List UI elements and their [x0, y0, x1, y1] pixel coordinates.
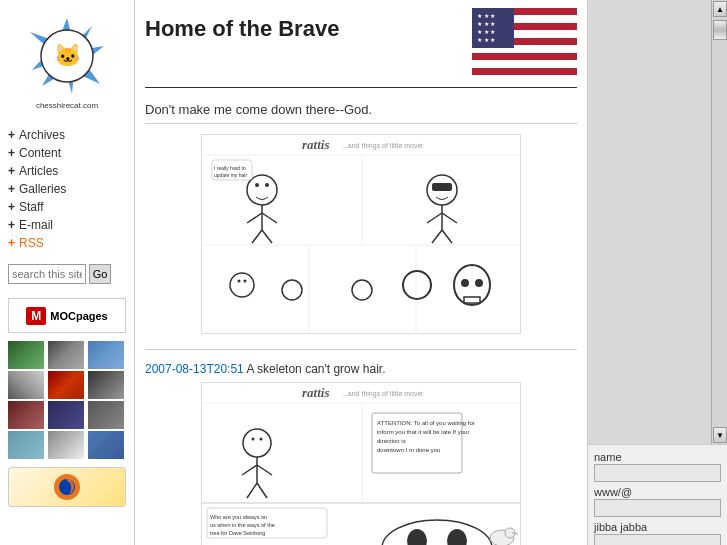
scroll-thumb[interactable] — [713, 20, 727, 40]
search-area: Go — [0, 256, 134, 292]
scroll-area: ▲ ▼ — [588, 0, 727, 444]
thumb-9[interactable] — [88, 401, 124, 429]
flag-image: ★ ★ ★ ★ ★ ★ ★ ★ ★ ★ ★ ★ — [472, 8, 577, 83]
svg-text:I really hard to: I really hard to — [214, 165, 246, 171]
svg-point-43 — [461, 279, 469, 287]
thumb-3[interactable] — [88, 341, 124, 369]
comic-container-2: rattis ...and things of little movie — [145, 378, 577, 545]
sidebar-item-label: Articles — [19, 164, 58, 178]
svg-point-44 — [475, 279, 483, 287]
separator-1 — [145, 349, 577, 350]
plus-icon: + — [8, 236, 15, 250]
page-subtitle: Don't make me come down there--God. — [145, 96, 577, 124]
svg-point-20 — [265, 183, 269, 187]
comment-row: jibba jabba — [594, 521, 721, 545]
page-title: Home of the Brave — [145, 8, 339, 42]
sidebar-item-label: Archives — [19, 128, 65, 142]
sidebar-item-rss[interactable]: + RSS — [8, 234, 126, 252]
logo-area: 🐱 chesshirecat.com — [0, 8, 134, 122]
moc-banner[interactable]: M MOCpages — [8, 298, 126, 333]
thumb-1[interactable] — [8, 341, 44, 369]
sidebar-item-archives[interactable]: + Archives — [8, 126, 126, 144]
svg-text:🐱: 🐱 — [54, 42, 82, 69]
thumb-8[interactable] — [48, 401, 84, 429]
svg-text:...and things of little movie: ...and things of little movie — [342, 142, 423, 150]
svg-text:rattis: rattis — [302, 137, 329, 152]
sidebar-item-label: Content — [19, 146, 61, 160]
post-1: rattis ...and things of little movie — [145, 130, 577, 341]
plus-icon: + — [8, 128, 15, 142]
scrollbar[interactable]: ▲ ▼ — [711, 0, 727, 444]
svg-text:rattis: rattis — [302, 385, 329, 400]
svg-text:★ ★ ★: ★ ★ ★ — [477, 21, 495, 27]
svg-text:update my hair: update my hair — [214, 172, 247, 178]
thumb-2[interactable] — [48, 341, 84, 369]
thumb-7[interactable] — [8, 401, 44, 429]
plus-icon: + — [8, 164, 15, 178]
sidebar-item-galleries[interactable]: + Galleries — [8, 180, 126, 198]
site-name: chesshirecat.com — [4, 101, 130, 110]
moc-icon: M — [26, 307, 46, 325]
svg-text:direction is: direction is — [377, 438, 406, 444]
plus-icon: + — [8, 200, 15, 214]
comic-svg-1: rattis ...and things of little movie — [202, 135, 521, 334]
svg-text:★ ★ ★: ★ ★ ★ — [477, 37, 495, 43]
thumb-10[interactable] — [8, 431, 44, 459]
sidebar-item-label: Galleries — [19, 182, 66, 196]
comment-label: jibba jabba — [594, 521, 721, 533]
main-content: Home of the Brave ★ ★ ★ ★ ★ ★ ★ ★ ★ ★ ★ … — [135, 0, 587, 545]
post-2: 2007-08-13T20:51 A skeleton can't grow h… — [145, 356, 577, 545]
flag-canton: ★ ★ ★ ★ ★ ★ ★ ★ ★ ★ ★ ★ — [472, 8, 514, 38]
sidebar: 🐱 chesshirecat.com + Archives + Content … — [0, 0, 135, 545]
moc-label: MOCpages — [50, 310, 107, 322]
plus-icon: + — [8, 182, 15, 196]
search-button[interactable]: Go — [89, 264, 111, 284]
svg-text:★ ★ ★: ★ ★ ★ — [477, 13, 495, 19]
firefox-banner[interactable] — [8, 467, 126, 507]
svg-text:ATTENTION: To all of you waiti: ATTENTION: To all of you waiting for — [377, 420, 475, 426]
logo-svg: 🐱 — [22, 16, 112, 96]
www-input[interactable] — [594, 499, 721, 517]
svg-point-19 — [255, 183, 259, 187]
plus-icon: + — [8, 146, 15, 160]
thumb-6[interactable] — [88, 371, 124, 399]
svg-text:Who are you always on: Who are you always on — [210, 514, 267, 520]
sidebar-item-email[interactable]: + E-mail — [8, 216, 126, 234]
svg-text:inform you that it will be lat: inform you that it will be late If your — [377, 429, 469, 435]
sidebar-item-label: RSS — [19, 236, 44, 250]
nav-section: + Archives + Content + Articles + Galler… — [0, 122, 134, 256]
thumb-5[interactable] — [48, 371, 84, 399]
page-header: Home of the Brave ★ ★ ★ ★ ★ ★ ★ ★ ★ ★ ★ … — [145, 0, 577, 88]
scroll-down-arrow[interactable]: ▼ — [713, 427, 727, 443]
www-label: www/@ — [594, 486, 721, 498]
sidebar-item-content[interactable]: + Content — [8, 144, 126, 162]
sidebar-item-staff[interactable]: + Staff — [8, 198, 126, 216]
post-timestamp[interactable]: 2007-08-13T20:51 — [145, 362, 244, 376]
svg-text:us when in the ways of the: us when in the ways of the — [210, 522, 275, 528]
comment-input[interactable] — [594, 534, 721, 545]
comic-image-1: rattis ...and things of little movie — [201, 134, 521, 334]
sidebar-item-label: E-mail — [19, 218, 53, 232]
search-input[interactable] — [8, 264, 86, 284]
right-panel: ▲ ▼ name www/@ jibba jabba tag — [587, 0, 727, 545]
svg-text:...and things of little movie: ...and things of little movie — [342, 390, 423, 398]
thumbnail-grid — [0, 339, 134, 461]
name-label: name — [594, 451, 721, 463]
right-form: name www/@ jibba jabba tag — [588, 444, 727, 545]
svg-text:tree for Dave Seinberg: tree for Dave Seinberg — [210, 530, 265, 536]
sidebar-item-articles[interactable]: + Articles — [8, 162, 126, 180]
thumb-12[interactable] — [88, 431, 124, 459]
site-logo: 🐱 — [22, 16, 112, 96]
firefox-icon — [52, 472, 82, 502]
stars-svg: ★ ★ ★ ★ ★ ★ ★ ★ ★ ★ ★ ★ — [472, 8, 514, 48]
comic-container-1: rattis ...and things of little movie — [145, 130, 577, 341]
thumb-11[interactable] — [48, 431, 84, 459]
scroll-up-arrow[interactable]: ▲ — [713, 1, 727, 17]
post-description: A skeleton can't grow hair. — [246, 362, 385, 376]
comic-image-2: rattis ...and things of little movie — [201, 382, 521, 545]
sidebar-item-label: Staff — [19, 200, 43, 214]
name-input[interactable] — [594, 464, 721, 482]
thumb-4[interactable] — [8, 371, 44, 399]
svg-text:downtown I m done you: downtown I m done you — [377, 447, 440, 453]
svg-point-54 — [260, 438, 263, 441]
